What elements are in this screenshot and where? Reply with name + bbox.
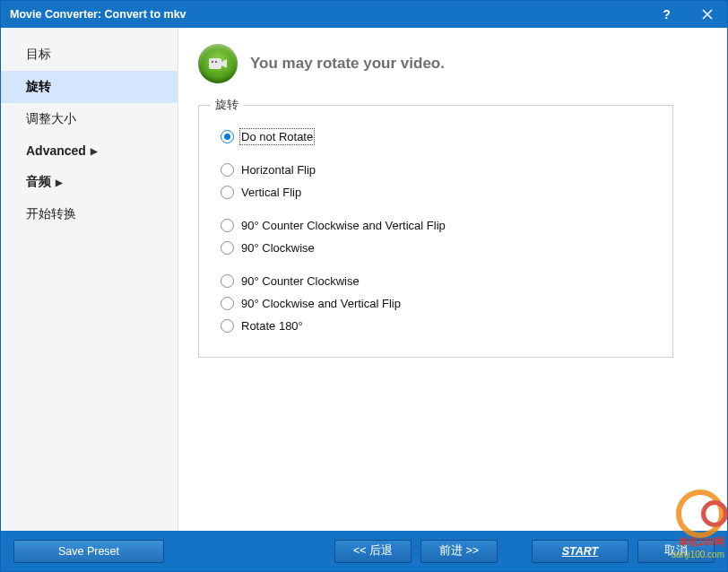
radio-vertical-flip[interactable]: Vertical Flip xyxy=(221,181,651,204)
radio-icon xyxy=(221,241,234,255)
rotate-groupbox: 旋转 Do not Rotate Horizontal Flip Vertica… xyxy=(198,105,673,358)
radio-label: 90° Clockwise xyxy=(241,241,315,255)
sidebar-item-target[interactable]: 目标 xyxy=(1,39,178,71)
heading-row: You may rotate your video. xyxy=(198,44,706,83)
main-panel: You may rotate your video. 旋转 Do not Rot… xyxy=(178,28,727,531)
sidebar-item-label: 开始转换 xyxy=(26,206,76,222)
back-button[interactable]: << 后退 xyxy=(334,540,412,563)
radio-horizontal-flip[interactable]: Horizontal Flip xyxy=(221,159,651,181)
radio-icon xyxy=(221,274,234,288)
svg-point-5 xyxy=(215,61,217,63)
sidebar-item-label: Advanced xyxy=(26,143,86,158)
svg-rect-2 xyxy=(209,58,221,69)
radio-icon xyxy=(221,297,234,310)
svg-point-4 xyxy=(212,61,213,63)
forward-button[interactable]: 前进 >> xyxy=(420,540,498,563)
help-button[interactable]: ? xyxy=(646,1,687,28)
start-button[interactable]: START xyxy=(532,540,628,563)
chevron-right-icon: ▶ xyxy=(91,146,98,156)
radio-90cw-vflip[interactable]: 90° Clockwise and Vertical Flip xyxy=(221,292,651,315)
cancel-button[interactable]: 取消 xyxy=(637,540,715,563)
sidebar-item-start-convert[interactable]: 开始转换 xyxy=(1,198,178,230)
radio-label: Do not Rotate xyxy=(241,130,313,143)
radio-label: Vertical Flip xyxy=(241,186,301,199)
sidebar-item-label: 旋转 xyxy=(26,79,51,95)
titlebar: Movie Converter: Convert to mkv ? xyxy=(1,1,727,28)
sidebar-item-label: 目标 xyxy=(26,47,51,63)
rotate-video-icon xyxy=(198,44,238,83)
radio-do-not-rotate[interactable]: Do not Rotate xyxy=(221,126,651,148)
sidebar-item-label: 调整大小 xyxy=(26,111,76,127)
radio-label: 90° Counter Clockwise and Vertical Flip xyxy=(241,219,446,232)
sidebar-item-audio[interactable]: 音频 ▶ xyxy=(1,166,178,198)
radio-rotate-180[interactable]: Rotate 180° xyxy=(221,315,651,337)
radio-icon xyxy=(221,219,234,232)
chevron-right-icon: ▶ xyxy=(56,178,63,187)
radio-label: 90° Counter Clockwise xyxy=(241,274,360,288)
body: 目标 旋转 调整大小 Advanced ▶ 音频 ▶ 开始转换 xyxy=(1,28,727,531)
close-button[interactable] xyxy=(687,1,727,28)
save-preset-button[interactable]: Save Preset xyxy=(13,540,164,563)
sidebar-item-advanced[interactable]: Advanced ▶ xyxy=(1,135,178,166)
window-title: Movie Converter: Convert to mkv xyxy=(10,8,186,21)
radio-icon xyxy=(221,130,234,143)
sidebar-item-resize[interactable]: 调整大小 xyxy=(1,103,178,135)
groupbox-legend: 旋转 xyxy=(210,97,244,113)
radio-label: Horizontal Flip xyxy=(241,163,316,177)
sidebar-item-label: 音频 xyxy=(26,174,51,190)
radio-label: Rotate 180° xyxy=(241,319,303,333)
radio-icon xyxy=(221,163,234,177)
svg-marker-3 xyxy=(221,59,227,68)
sidebar-item-rotate[interactable]: 旋转 xyxy=(1,71,178,103)
radio-90ccw-vflip[interactable]: 90° Counter Clockwise and Vertical Flip xyxy=(221,214,651,237)
footer: Save Preset << 后退 前进 >> START 取消 xyxy=(1,531,727,571)
close-icon xyxy=(702,9,713,20)
radio-90ccw[interactable]: 90° Counter Clockwise xyxy=(221,270,651,292)
app-window: Movie Converter: Convert to mkv ? 目标 旋转 … xyxy=(0,0,728,572)
radio-icon xyxy=(221,186,234,199)
page-heading: You may rotate your video. xyxy=(250,55,445,73)
radio-icon xyxy=(221,319,234,333)
radio-90cw[interactable]: 90° Clockwise xyxy=(221,237,651,259)
sidebar: 目标 旋转 调整大小 Advanced ▶ 音频 ▶ 开始转换 xyxy=(1,28,178,531)
radio-label: 90° Clockwise and Vertical Flip xyxy=(241,297,401,310)
